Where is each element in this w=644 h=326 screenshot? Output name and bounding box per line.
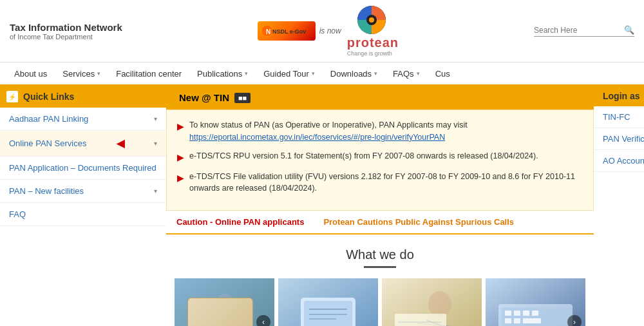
next-arrow[interactable]: › [567,315,582,326]
sidebar-item-label: FAQ [9,209,26,219]
caution-online-pan-link[interactable]: Caution - Online PAN applicants [176,217,304,227]
bullet-icon: ▶ [177,151,184,164]
center-panel: New @ TIN ■■ ▶ To know status of PAN (as… [166,86,594,326]
bullet-icon: ▶ [177,120,184,144]
svg-rect-33 [523,311,529,316]
svg-rect-31 [505,311,511,316]
nav-downloads[interactable]: Downloads ▾ [323,62,385,85]
sidebar-item-pan-new[interactable]: PAN – New facilities ▾ [0,180,166,203]
svg-rect-9 [187,304,245,326]
site-subtitle: of Income Tax Department [10,33,122,41]
nav-facilitation[interactable]: Facilitation center [108,62,189,85]
caution-row: Caution - Online PAN applicants Protean … [166,211,594,233]
new-tin-label: New @ TIN [179,92,229,103]
search-input[interactable] [534,26,624,35]
nav-cus[interactable]: Cus [428,62,458,85]
chevron-down-icon: ▾ [154,187,157,195]
nav-services[interactable]: Services ▾ [55,62,108,85]
nav-faqs[interactable]: FAQs ▾ [385,62,428,85]
login-sidebar: Login as TIN-FC PAN Verification AO Acco… [594,86,644,326]
sidebar-item-label: Online PAN Services [9,139,86,148]
nav-about[interactable]: About us [6,62,55,85]
sidebar-item-label: PAN Application – Documents Required [9,163,156,173]
news-item: ▶ To know status of PAN (as Operative or… [177,119,583,144]
search-icon[interactable]: 🔍 [624,25,634,35]
svg-rect-36 [514,318,520,323]
etds-card-image: › [486,278,585,326]
login-header: Login as [594,86,644,106]
quick-links-icon: ⚡ [6,91,18,102]
chevron-down-icon: ▾ [154,140,157,147]
cards-row: PAN [173,278,587,326]
card-tan: TAN [382,278,482,326]
news-item: ▶ e-TDS/TCS RPU version 5.1 for Statemen… [177,150,583,164]
nav-guided-tour[interactable]: Guided Tour ▾ [256,62,323,85]
svg-rect-10 [191,311,213,326]
card-etds: e-TDS/TCS statement [486,278,585,326]
what-we-do-title: What we do [173,247,587,262]
svg-point-7 [211,296,239,326]
site-title: Tax Information Network [10,22,122,33]
center-logo-area: N NSDL e-Gov is now protean Change is gr… [258,5,399,57]
new-tin-icon: ■■ [234,93,251,103]
sidebar-title: Quick Links [23,91,74,102]
section-divider [364,266,396,268]
chevron-down-icon: ▾ [154,115,157,122]
pan-card-image: ‹ [175,278,274,326]
sidebar-item-label: PAN – New facilities [9,186,84,196]
news-link[interactable]: https://eportal.incometax.gov.in/iec/fos… [189,133,445,142]
card-online-pan: Online PAN verification [278,278,378,326]
caution-spurious-link[interactable]: Protean Cautions Public Against Spurious… [323,217,514,227]
header: Tax Information Network of Income Tax De… [0,0,644,62]
svg-rect-37 [523,318,541,323]
chevron-down-icon: ▾ [417,70,420,77]
site-logo: Tax Information Network of Income Tax De… [10,22,122,41]
news-text: To know status of PAN (as Operative or I… [189,119,468,144]
sidebar-item-faq[interactable]: FAQ [0,203,166,226]
news-section: ▶ To know status of PAN (as Operative or… [166,110,594,211]
sidebar-item-online-pan[interactable]: Online PAN Services ◀ ▾ [0,131,166,157]
chevron-down-icon: ▾ [374,70,377,77]
card-pan: PAN [175,278,274,326]
news-text: e-TDS/TCS RPU version 5.1 for Statement(… [189,150,538,164]
chevron-down-icon: ▾ [312,70,315,77]
svg-rect-32 [514,311,520,316]
search-bar[interactable]: 🔍 [534,25,634,37]
online-pan-card-image [278,278,378,326]
sidebar-item-aadhaar[interactable]: Aadhaar PAN Linking ▾ [0,108,166,131]
nsdl-badge: N NSDL e-Gov is now [258,21,341,41]
sidebar-item-pan-docs[interactable]: PAN Application – Documents Required [0,157,166,180]
new-tin-banner: New @ TIN ■■ [166,86,594,110]
quick-links-sidebar: ⚡ Quick Links Aadhaar PAN Linking ▾ Onli… [0,86,166,326]
bullet-icon: ▶ [177,171,184,195]
protean-logo: protean Change is growth [345,5,399,57]
login-pan-verification[interactable]: PAN Verification [594,128,644,150]
chevron-down-icon: ▾ [97,70,100,77]
arrow-right-icon: ◀ [117,137,124,149]
protean-sub: Change is growth [347,50,392,57]
news-text: e-TDS/TCS File validation utility (FVU) … [189,171,583,195]
svg-point-8 [216,294,234,312]
login-ao-account[interactable]: AO Account [594,150,644,172]
nav-publications[interactable]: Publications ▾ [189,62,256,85]
svg-text:NSDL e-Gov: NSDL e-Gov [272,28,306,35]
news-item: ▶ e-TDS/TCS File validation utility (FVU… [177,171,583,195]
tan-card-image [382,278,482,326]
nsdl-logo: N NSDL e-Gov [258,21,316,41]
sidebar-header: ⚡ Quick Links [0,86,166,108]
svg-rect-35 [505,318,511,323]
login-tin-fc[interactable]: TIN-FC [594,106,644,128]
protean-text: protean [347,35,399,50]
main-content: ⚡ Quick Links Aadhaar PAN Linking ▾ Onli… [0,86,644,326]
sidebar-item-label: Aadhaar PAN Linking [9,114,88,124]
svg-point-5 [369,17,374,23]
prev-arrow[interactable]: ‹ [256,315,270,326]
is-now-text: is now [319,26,341,35]
what-we-do-section: What we do PAN [166,233,594,326]
svg-text:N: N [266,28,270,35]
svg-rect-25 [395,314,446,326]
main-navbar: About us Services ▾ Facilitation center … [0,62,644,86]
chevron-down-icon: ▾ [245,70,248,77]
svg-rect-16 [304,301,352,326]
svg-point-21 [428,291,451,317]
